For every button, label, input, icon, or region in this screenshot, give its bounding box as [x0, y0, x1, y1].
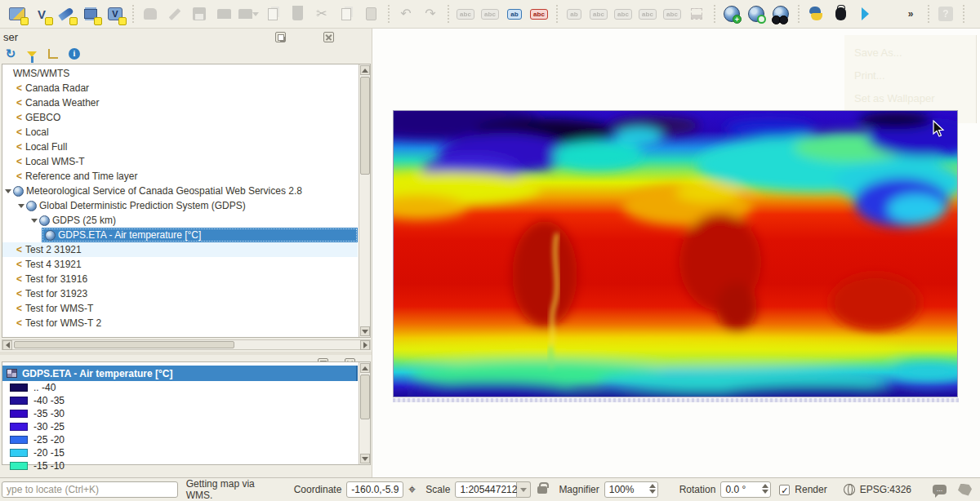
auto-label-icon[interactable]: abc [455, 3, 476, 24]
move-label-icon[interactable]: abc [612, 3, 634, 24]
wms-icon: < [13, 82, 25, 94]
toolbar-overflow-icon[interactable]: » [900, 3, 921, 24]
new-shapefile-layer-icon[interactable]: V [31, 3, 52, 24]
legend-item[interactable]: -15 -10 [2, 459, 358, 472]
label-settings-red-icon[interactable]: abc [528, 3, 550, 24]
pan-map-icon[interactable] [140, 3, 161, 24]
label-rules-icon[interactable]: abc [479, 3, 501, 24]
map-canvas-area[interactable]: Save As... Print... Set as Wallpaper [372, 29, 980, 477]
add-wms-layer-icon[interactable]: + [721, 3, 742, 24]
tree-item-local-wms-t[interactable]: <Local WMS-T [2, 154, 358, 169]
legend-item[interactable]: .. -40 [2, 381, 358, 394]
layers-vertical-scrollbar[interactable] [359, 362, 370, 464]
refresh-button[interactable]: ↻ [3, 47, 18, 61]
tree-item-test-for-31916[interactable]: <Test for 31916 [2, 272, 358, 286]
scroll-up-button[interactable] [360, 65, 370, 75]
scroll-down-button[interactable] [360, 454, 370, 463]
legend-item[interactable]: -40 -35 [2, 394, 358, 407]
scroll-right-button[interactable] [360, 340, 370, 350]
tree-item-msc-geomet[interactable]: Meteorological Service of Canada Geospat… [2, 184, 358, 198]
tree-item-test-4-31921[interactable]: <Test 4 31921 [2, 257, 358, 272]
delete-selected-icon[interactable] [287, 3, 308, 24]
tree-item-gdps-25km[interactable]: GDPS (25 km) [2, 213, 358, 228]
scroll-left-button[interactable] [2, 340, 12, 350]
messages-icon[interactable]: ... [933, 485, 947, 494]
abc-tag-icon: abc [663, 9, 681, 20]
tree-item-test-2-31921[interactable]: <Test 2 31921 [2, 242, 358, 257]
scale-combobox[interactable]: 1:205447212 [455, 481, 531, 498]
paste-features-icon[interactable] [360, 3, 381, 24]
save-edits-icon[interactable] [189, 3, 210, 24]
spin-up-icon[interactable] [762, 484, 768, 488]
scroll-up-button[interactable] [360, 363, 370, 373]
locator-input[interactable]: ype to locate (Ctrl+K) [2, 481, 178, 498]
scale-dropdown-button[interactable] [517, 481, 531, 498]
legend-item[interactable]: -25 -20 [2, 433, 358, 446]
current-edits-icon[interactable] [262, 3, 283, 24]
pin-labels-icon[interactable]: ab [564, 3, 585, 24]
new-virtual-layer-icon[interactable]: V [105, 3, 126, 24]
lock-scale-icon[interactable] [537, 486, 547, 494]
scrollbar-thumb[interactable] [360, 77, 370, 175]
temperature-raster-map[interactable] [393, 110, 958, 397]
tree-item-local-full[interactable]: <Local Full [2, 140, 358, 154]
tree-item-reference-time-layer[interactable]: <Reference and Time layer [2, 169, 358, 184]
data-source-manager-icon[interactable] [7, 3, 28, 24]
next-frame-icon[interactable] [854, 3, 875, 24]
legend-item[interactable]: -35 -30 [2, 407, 358, 420]
spin-up-icon[interactable] [649, 484, 656, 488]
rotate-label-icon[interactable]: abc [637, 3, 658, 24]
new-spatialite-layer-icon[interactable] [80, 3, 101, 24]
tree-item-gdps-group[interactable]: Global Deterministic Prediction System (… [2, 198, 358, 213]
diagram-options-icon[interactable] [686, 3, 707, 24]
scale-value[interactable]: 1:205447212 [455, 481, 517, 498]
report-bug-icon[interactable] [830, 3, 851, 24]
snapping-options-icon[interactable] [213, 3, 234, 24]
tree-item-test-for-31923[interactable]: <Test for 31923 [2, 286, 358, 301]
collapse-all-button[interactable] [46, 47, 60, 61]
tree-item-canada-radar[interactable]: <Canada Radar [2, 81, 358, 95]
toggle-extents-icon[interactable]: ⌖ [408, 483, 416, 496]
tree-item-test-for-wms-t[interactable]: <Test for WMS-T [2, 301, 358, 316]
spin-down-icon[interactable] [649, 490, 656, 494]
browser-horizontal-scrollbar[interactable] [2, 339, 371, 350]
new-geopackage-layer-icon[interactable] [56, 3, 77, 24]
tree-item-gebco[interactable]: <GEBCO [2, 110, 358, 125]
metasearch-icon[interactable] [770, 3, 791, 24]
render-checkbox[interactable]: ✓ [779, 485, 790, 495]
coordinate-input[interactable]: -160.0,-5.9 [346, 481, 403, 498]
close-panel-button[interactable] [323, 32, 334, 42]
python-console-icon[interactable] [805, 3, 826, 24]
tree-item-local[interactable]: <Local [2, 125, 358, 140]
search-layers-globe-icon[interactable] [746, 3, 767, 24]
filter-browser-button[interactable] [24, 47, 39, 61]
legend-item[interactable]: -20 -15 [2, 446, 358, 459]
tree-item-test-for-wms-t-2[interactable]: <Test for WMS-T 2 [2, 316, 358, 330]
scrollbar-thumb[interactable] [360, 375, 370, 419]
properties-widget-button[interactable]: i [67, 47, 82, 61]
magnifier-spinbox[interactable]: 100% [604, 481, 658, 498]
label-settings-blue-icon[interactable]: ab [504, 3, 525, 24]
edit-icon[interactable] [164, 3, 185, 24]
crs-status[interactable]: EPSG:4326 [860, 484, 911, 495]
copy-features-icon[interactable] [336, 3, 357, 24]
undo-icon[interactable]: ↶ [395, 3, 416, 24]
cut-features-icon[interactable]: ✂ [311, 3, 332, 24]
help-icon[interactable]: ? [935, 3, 956, 24]
processing-toolbox-icon[interactable] [238, 3, 259, 24]
scroll-down-button[interactable] [360, 326, 370, 336]
scrollbar-thumb[interactable] [14, 341, 234, 348]
layer-item-gdps-eta[interactable]: GDPS.ETA - Air temperature [°C] [2, 366, 358, 381]
redo-icon[interactable]: ↷ [420, 3, 441, 24]
tree-item-gdps-eta-air-temperature[interactable]: GDPS.ETA - Air temperature [°C] [2, 228, 358, 242]
tree-item-canada-weather[interactable]: <Canada Weather [2, 95, 358, 110]
float-panel-button[interactable] [275, 32, 286, 42]
spin-down-icon[interactable] [762, 490, 768, 494]
browser-vertical-scrollbar[interactable] [359, 64, 370, 337]
highlight-pinned-labels-icon[interactable]: abc [588, 3, 609, 24]
tree-item-wms-root[interactable]: WMS/WMTS [2, 66, 358, 81]
crs-globe-icon[interactable] [844, 484, 855, 495]
rotation-spinbox[interactable]: 0.0 ° [720, 481, 771, 498]
legend-item[interactable]: -30 -25 [2, 420, 358, 433]
change-label-icon[interactable]: abc [662, 3, 683, 24]
